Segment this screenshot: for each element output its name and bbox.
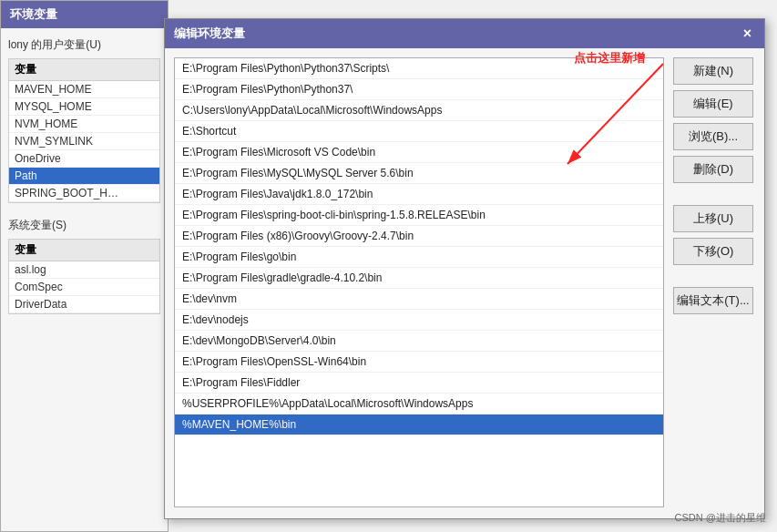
delete-button[interactable]: 删除(D) <box>673 156 753 183</box>
bg-window-title: 环境变量 <box>1 1 168 28</box>
env-bg-window: 环境变量 lony 的用户变量(U) 变量 MAVEN_HOME MYSQL_H… <box>0 0 169 532</box>
path-item-11[interactable]: E:\dev\nvm <box>175 289 663 310</box>
move-up-button[interactable]: 上移(U) <box>673 205 753 232</box>
user-section: lony 的用户变量(U) 变量 MAVEN_HOME MYSQL_HOME N… <box>1 28 168 209</box>
user-row-path[interactable]: Path <box>9 168 159 185</box>
user-section-label: lony 的用户变量(U) <box>8 37 160 53</box>
system-section: 系统变量(S) 变量 asl.log ComSpec DriverData <box>1 209 168 320</box>
user-table-header: 变量 <box>9 59 159 81</box>
move-down-button[interactable]: 下移(O) <box>673 238 753 265</box>
buttons-column: 新建(N) 编辑(E) 浏览(B)... 删除(D) 上移(U) 下移(O) 编… <box>673 57 755 507</box>
path-item-0[interactable]: E:\Program Files\Python\Python37\Scripts… <box>175 58 663 79</box>
path-item-8[interactable]: E:\Program Files (x86)\Groovy\Groovy-2.4… <box>175 226 663 247</box>
user-row-spring[interactable]: SPRING_BOOT_H… <box>9 185 159 202</box>
path-item-13[interactable]: E:\dev\MongoDB\Server\4.0\bin <box>175 331 663 352</box>
dialog-title: 编辑环境变量 <box>174 26 245 42</box>
path-item-3[interactable]: E:\Shortcut <box>175 121 663 142</box>
browse-button[interactable]: 浏览(B)... <box>673 123 753 150</box>
user-var-table: 变量 MAVEN_HOME MYSQL_HOME NVM_HOME NVM_SY… <box>8 58 160 203</box>
watermark: CSDN @进击的星维 <box>675 511 766 525</box>
user-row-nvm-symlink[interactable]: NVM_SYMLINK <box>9 133 159 150</box>
path-item-1[interactable]: E:\Program Files\Python\Python37\ <box>175 79 663 100</box>
path-item-4[interactable]: E:\Program Files\Microsoft VS Code\bin <box>175 142 663 163</box>
path-item-15[interactable]: E:\Program Files\Fiddler <box>175 373 663 394</box>
path-list[interactable]: E:\Program Files\Python\Python37\Scripts… <box>174 57 664 507</box>
system-section-label: 系统变量(S) <box>8 218 160 233</box>
edit-button[interactable]: 编辑(E) <box>673 90 753 118</box>
path-item-2[interactable]: C:\Users\lony\AppData\Local\Microsoft\Wi… <box>175 100 663 121</box>
user-row-nvm-home[interactable]: NVM_HOME <box>9 116 159 133</box>
edit-dialog: 编辑环境变量 × E:\Program Files\Python\Python3… <box>164 18 765 519</box>
close-button[interactable]: × <box>740 26 755 41</box>
dialog-body: E:\Program Files\Python\Python37\Scripts… <box>165 48 764 517</box>
system-var-table: 变量 asl.log ComSpec DriverData <box>8 239 160 314</box>
path-item-16[interactable]: %USERPROFILE%\AppData\Local\Microsoft\Wi… <box>175 394 663 414</box>
system-row-driverdata[interactable]: DriverData <box>9 296 159 313</box>
path-item-5[interactable]: E:\Program Files\MySQL\MySQL Server 5.6\… <box>175 163 663 184</box>
dialog-titlebar: 编辑环境变量 × <box>165 19 764 48</box>
path-item-6[interactable]: E:\Program Files\Java\jdk1.8.0_172\bin <box>175 184 663 205</box>
system-table-header: 变量 <box>9 240 159 261</box>
path-item-10[interactable]: E:\Program Files\gradle\gradle-4.10.2\bi… <box>175 268 663 289</box>
system-row-comspec[interactable]: ComSpec <box>9 279 159 296</box>
new-button[interactable]: 新建(N) <box>673 57 753 85</box>
user-row-onedrive[interactable]: OneDrive <box>9 150 159 168</box>
path-item-7[interactable]: E:\Program Files\spring-boot-cli-bin\spr… <box>175 205 663 226</box>
edit-text-button[interactable]: 编辑文本(T)... <box>673 287 753 314</box>
user-row-mysql[interactable]: MYSQL_HOME <box>9 98 159 116</box>
path-item-12[interactable]: E:\dev\nodejs <box>175 310 663 331</box>
path-item-14[interactable]: E:\Program Files\OpenSSL-Win64\bin <box>175 352 663 373</box>
system-row-asl[interactable]: asl.log <box>9 261 159 279</box>
user-row-maven[interactable]: MAVEN_HOME <box>9 81 159 98</box>
path-item-9[interactable]: E:\Program Files\go\bin <box>175 247 663 268</box>
path-item-17[interactable]: %MAVEN_HOME%\bin <box>175 414 663 435</box>
